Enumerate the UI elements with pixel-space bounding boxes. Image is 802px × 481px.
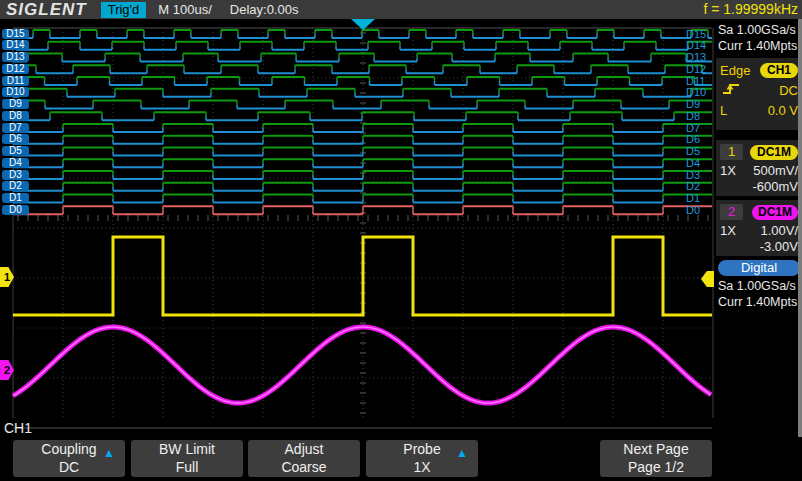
trigger-position-icon[interactable] bbox=[351, 19, 375, 30]
digital-label-left-d8[interactable]: D8 bbox=[2, 111, 29, 121]
digital-label-left-d9[interactable]: D9 bbox=[2, 99, 29, 109]
digital-label-left-d4[interactable]: D4 bbox=[2, 158, 29, 168]
rising-edge-icon bbox=[720, 81, 742, 100]
digital-label-left-d13[interactable]: D13 bbox=[2, 52, 29, 62]
digital-label-right-d11: D11 bbox=[686, 76, 714, 86]
sidebar: Sa 1.00GSa/s Curr 1.40Mpts Edge CH1 DC L… bbox=[716, 19, 802, 437]
ch1-scale-value: 500mV/ bbox=[753, 163, 798, 178]
up-arrow-icon: ▲ bbox=[456, 444, 468, 462]
next-page-button-label: Next Page bbox=[600, 440, 712, 458]
digital-label-right-d2: D2 bbox=[686, 181, 714, 191]
up-arrow-icon: ▲ bbox=[103, 444, 115, 462]
waveform-plot-area: D15D15D14D14D13D13D12D12D11D11D10D10D9D9… bbox=[0, 0, 716, 481]
digital-button[interactable]: Digital bbox=[718, 260, 800, 276]
digital-label-right-d6: D6 bbox=[686, 134, 714, 144]
digital-label-right-d8: D8 bbox=[686, 111, 714, 121]
sidebar-edge-strip bbox=[798, 19, 802, 475]
memory-depth-readout: Curr 1.40Mpts bbox=[718, 38, 802, 54]
bw-limit-button-value: Full bbox=[131, 458, 243, 476]
softkey-menu-bar: Coupling DC ▲ BW Limit Full Adjust Coars… bbox=[0, 437, 802, 481]
active-channel-footer: CH1 bbox=[4, 420, 32, 436]
digital-label-left-d15[interactable]: D15 bbox=[2, 29, 29, 39]
digital-label-left-d1[interactable]: D1 bbox=[2, 193, 29, 203]
ch1-number-tab: 1 bbox=[720, 144, 743, 160]
digital-label-left-d11[interactable]: D11 bbox=[2, 76, 29, 86]
brand-logo: SIGLENT bbox=[6, 0, 87, 20]
digital-label-left-d10[interactable]: D10 bbox=[2, 87, 29, 97]
digital-label-left-d14[interactable]: D14 bbox=[2, 40, 29, 50]
digital-label-left-d12[interactable]: D12 bbox=[2, 64, 29, 74]
trigger-status-badge: Trig'd bbox=[101, 2, 147, 18]
ch1-coupling-badge: DC1M bbox=[750, 145, 798, 160]
trigger-level-value: 0.0 V bbox=[768, 103, 798, 118]
adjust-button-value: Coarse bbox=[248, 458, 360, 476]
digital-label-right-d14: D14 bbox=[686, 40, 714, 50]
digital-label-left-d2[interactable]: D2 bbox=[2, 181, 29, 191]
frequency-counter: f = 1.99999kHz bbox=[703, 1, 798, 17]
ch2-coupling-badge: DC1M bbox=[752, 205, 798, 220]
trigger-panel: Edge CH1 DC L 0.0 V bbox=[716, 58, 802, 130]
trigger-source-badge: CH1 bbox=[760, 63, 798, 78]
digital-label-right-d12: D12 bbox=[686, 64, 714, 74]
digital-label-right-d0: D0 bbox=[686, 205, 714, 215]
sample-rate-readout: Sa 1.00GSa/s bbox=[718, 22, 802, 38]
timebase-readout: M 100us/ bbox=[158, 2, 211, 17]
digital-sample-rate-readout: Sa 1.00GSa/s bbox=[718, 278, 802, 294]
adjust-button[interactable]: Adjust Coarse bbox=[248, 440, 360, 477]
ch2-probe-value: 1X bbox=[720, 223, 736, 238]
digital-label-left-d5[interactable]: D5 bbox=[2, 146, 29, 156]
next-page-button[interactable]: Next Page Page 1/2 bbox=[600, 440, 712, 477]
digital-label-right-d4: D4 bbox=[686, 158, 714, 168]
ch2-number-tab: 2 bbox=[720, 204, 743, 220]
adjust-button-label: Adjust bbox=[248, 440, 360, 458]
bw-limit-button[interactable]: BW Limit Full bbox=[131, 440, 243, 477]
waveform-svg bbox=[0, 0, 716, 481]
trigger-mode-label: Edge bbox=[720, 63, 750, 78]
coupling-button[interactable]: Coupling DC ▲ bbox=[13, 440, 125, 477]
digital-label-right-d3: D3 bbox=[686, 170, 714, 180]
digital-label-left-d3[interactable]: D3 bbox=[2, 170, 29, 180]
digital-label-right-d7: D7 bbox=[686, 123, 714, 133]
digital-label-right-d9: D9 bbox=[686, 99, 714, 109]
digital-panel: Digital Sa 1.00GSa/s Curr 1.40Mpts bbox=[716, 260, 802, 310]
probe-button[interactable]: Probe 1X ▲ bbox=[366, 440, 478, 477]
ch2-scale-value: 1.00V/ bbox=[760, 223, 798, 238]
trigger-level-label: L bbox=[720, 103, 727, 118]
digital-label-right-d10: D10 bbox=[686, 87, 714, 97]
digital-label-right-d15: D15 bbox=[686, 29, 714, 39]
ch1-panel: 1 DC1M 1X 500mV/ -600mV bbox=[716, 140, 802, 196]
digital-memory-readout: Curr 1.40Mpts bbox=[718, 294, 802, 310]
digital-label-right-d13: D13 bbox=[686, 52, 714, 62]
bw-limit-button-label: BW Limit bbox=[131, 440, 243, 458]
trigger-coupling-value: DC bbox=[779, 83, 798, 98]
digital-label-right-d1: D1 bbox=[686, 193, 714, 203]
ch1-probe-value: 1X bbox=[720, 163, 736, 178]
ch2-offset-value: -3.00V bbox=[760, 239, 798, 254]
oscilloscope-screen: D15D15D14D14D13D13D12D12D11D11D10D10D9D9… bbox=[0, 0, 802, 481]
delay-readout: Delay:0.00s bbox=[230, 2, 299, 17]
next-page-button-value: Page 1/2 bbox=[600, 458, 712, 476]
digital-label-left-d0[interactable]: D0 bbox=[2, 205, 29, 215]
digital-label-left-d7[interactable]: D7 bbox=[2, 123, 29, 133]
digital-label-right-d5: D5 bbox=[686, 146, 714, 156]
ch2-panel: 2 DC1M 1X 1.00V/ -3.00V bbox=[716, 200, 802, 256]
status-bar: SIGLENT Trig'd M 100us/ Delay:0.00s f = … bbox=[0, 0, 802, 19]
ch1-offset-value: -600mV bbox=[752, 179, 798, 194]
digital-label-left-d6[interactable]: D6 bbox=[2, 134, 29, 144]
